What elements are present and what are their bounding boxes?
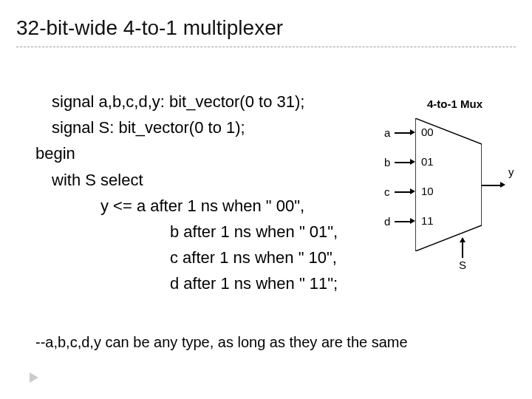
mux-input-c: c xyxy=(384,185,390,198)
mux-sel-00: 00 xyxy=(421,126,434,138)
mux-sel-01: 01 xyxy=(421,155,434,168)
code-line: b after 1 ns when " 01", xyxy=(35,219,383,245)
code-line: c after 1 ns when " 10", xyxy=(35,245,383,270)
arrow-line xyxy=(395,162,411,163)
code-line: signal a,b,c,d,y: bit_vector(0 to 31); xyxy=(35,89,383,115)
mux-title: 4-to-1 Mux xyxy=(427,98,482,110)
mux-input-d: d xyxy=(384,215,390,228)
code-line: y <= a after 1 ns when " 00", xyxy=(35,193,383,219)
mux-input-a: a xyxy=(384,126,390,139)
mux-diagram: 4-to-1 Mux a 00 b 01 c 10 d 11 y S xyxy=(384,98,525,290)
mux-output-y: y xyxy=(508,166,514,178)
code-line: with S select xyxy=(35,167,383,193)
arrow-line xyxy=(395,221,411,222)
arrow-line xyxy=(462,242,463,258)
mux-sel-10: 10 xyxy=(421,185,434,197)
mux-select-s: S xyxy=(459,259,466,271)
code-line: signal S: bit_vector(0 to 1); xyxy=(35,115,383,140)
mux-input-b: b xyxy=(384,156,390,168)
arrow-head-icon xyxy=(410,218,415,224)
title-divider xyxy=(16,47,516,47)
arrow-line xyxy=(395,191,411,193)
arrow-head-icon xyxy=(410,129,415,135)
code-line: d after 1 ns when " 11"; xyxy=(35,270,383,296)
arrow-head-icon xyxy=(500,182,505,188)
mux-sel-11: 11 xyxy=(421,214,434,227)
slide-title: 32-bit-wide 4-to-1 multiplexer xyxy=(16,16,283,40)
arrow-head-icon xyxy=(460,237,466,242)
slide-corner-icon xyxy=(30,372,38,383)
code-line: begin xyxy=(35,144,75,163)
arrow-line xyxy=(395,132,411,134)
arrow-head-icon xyxy=(410,159,415,165)
footnote: --a,b,c,d,y can be any type, as long as … xyxy=(35,334,408,351)
code-block: signal a,b,c,d,y: bit_vector(0 to 31); s… xyxy=(35,89,383,297)
arrow-head-icon xyxy=(410,188,415,194)
arrow-line xyxy=(482,185,501,186)
